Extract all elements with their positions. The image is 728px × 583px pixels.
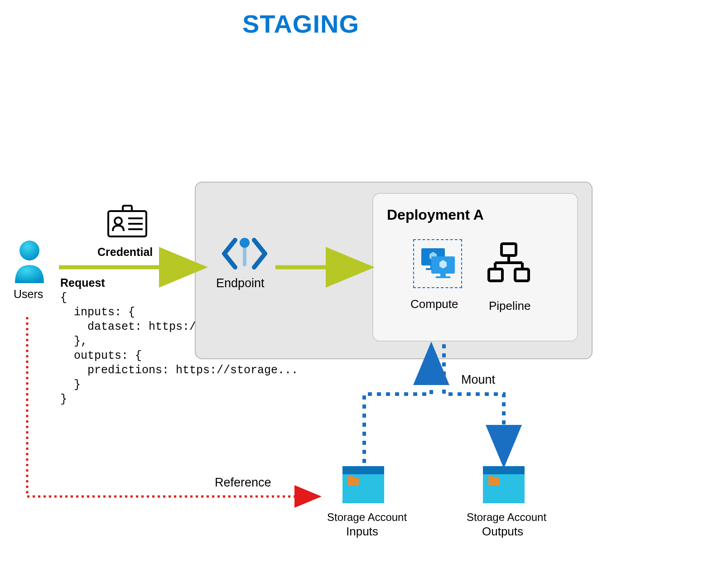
users-icon bbox=[11, 238, 48, 289]
svg-rect-28 bbox=[483, 466, 525, 474]
compute-label: Compute bbox=[410, 297, 458, 311]
endpoint-label: Endpoint bbox=[216, 276, 265, 290]
storage-outputs-icon bbox=[481, 464, 526, 505]
pipeline-icon bbox=[486, 241, 531, 288]
storage-inputs-label: Storage Account bbox=[327, 511, 407, 524]
request-label: Request bbox=[60, 276, 105, 289]
svg-rect-22 bbox=[489, 269, 502, 281]
endpoint-icon bbox=[220, 236, 270, 274]
deployment-box: Deployment A bbox=[372, 193, 578, 342]
svg-rect-15 bbox=[436, 276, 450, 278]
deployment-title: Deployment A bbox=[387, 207, 564, 223]
storage-outputs-label: Storage Account bbox=[467, 511, 546, 524]
pipeline-label: Pipeline bbox=[489, 299, 531, 313]
mount-label: Mount bbox=[461, 373, 495, 387]
svg-rect-26 bbox=[348, 478, 359, 485]
storage-inputs-sublabel: Inputs bbox=[346, 525, 378, 539]
svg-rect-24 bbox=[342, 466, 384, 474]
svg-point-8 bbox=[240, 238, 250, 248]
svg-rect-27 bbox=[348, 476, 353, 479]
svg-rect-31 bbox=[488, 476, 494, 479]
reference-label: Reference bbox=[215, 476, 271, 490]
users-label: Users bbox=[14, 288, 43, 301]
svg-rect-23 bbox=[515, 269, 529, 281]
storage-outputs-sublabel: Outputs bbox=[482, 525, 523, 539]
svg-rect-2 bbox=[123, 206, 132, 211]
svg-rect-30 bbox=[488, 478, 499, 485]
credential-badge-icon bbox=[106, 204, 148, 240]
credential-label: Credential bbox=[97, 246, 153, 259]
svg-rect-17 bbox=[501, 244, 516, 255]
svg-rect-14 bbox=[440, 274, 446, 276]
compute-icon bbox=[413, 239, 462, 288]
page-title: STAGING bbox=[242, 9, 359, 39]
storage-inputs-icon bbox=[341, 464, 386, 505]
svg-point-0 bbox=[19, 241, 39, 260]
svg-point-3 bbox=[115, 217, 122, 225]
